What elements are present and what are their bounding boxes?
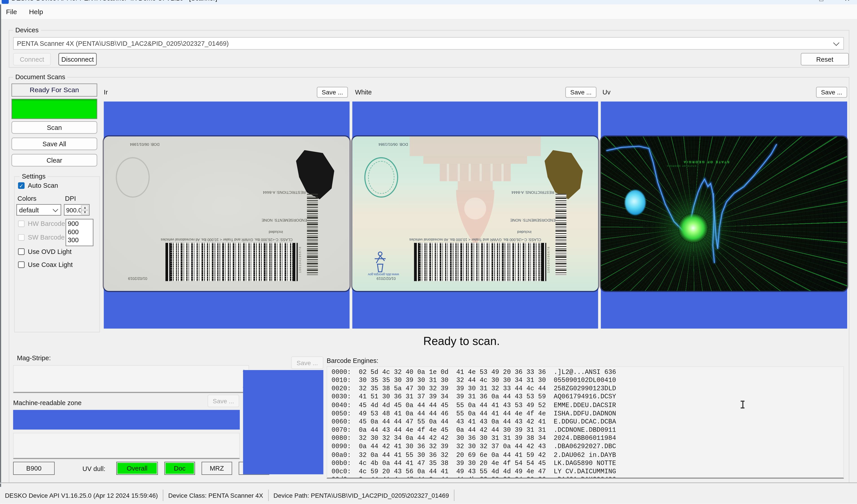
uv-state-text-small: STATE OF GEORGIA <box>667 165 696 168</box>
card-included-text: included <box>265 230 287 234</box>
status-bar: DESKO Device API V1.16.25.0 (Apr 12 2024… <box>0 487 857 504</box>
white-scan-panel: DOB: 06/01/1984 RESTRICTIONS: A-8444 END… <box>352 102 598 329</box>
hex-row: 0050: 49 53 48 41 0a 44 44 46 55 0a 44 4… <box>332 410 843 418</box>
b900-button[interactable]: B900 <box>13 462 54 475</box>
use-ovd-light-checkbox[interactable] <box>18 248 24 255</box>
maximize-button[interactable]: □ <box>819 0 823 3</box>
ir-scan-image: DOB: 06/01/1984 RESTRICTIONS: A-8444 END… <box>104 136 350 291</box>
card-class-text: CLASS: C-<26,000 lbs. GVWR and Trailer <… <box>380 238 571 242</box>
spin-up-icon[interactable]: ▲ <box>82 205 89 210</box>
menu-item[interactable]: Help <box>23 8 49 16</box>
uv-save-button[interactable]: Save ... <box>816 87 847 98</box>
uv-glow-center <box>678 213 708 243</box>
save-all-button[interactable]: Save All <box>12 138 97 150</box>
chevron-down-icon <box>53 206 58 212</box>
colors-label: Colors <box>17 195 36 203</box>
hex-row: 0020: 32 35 38 5a 47 30 32 39 39 30 31 3… <box>332 385 843 393</box>
mrz-save-button[interactable]: Save ... <box>208 395 239 407</box>
disconnect-button[interactable]: Disconnect <box>58 53 97 66</box>
card-issue-date-text: 01/02/2019 <box>121 277 154 281</box>
settings-group-label: Settings <box>20 173 48 180</box>
app-window: DESKO Device API for PENTA Scanner 4X De… <box>0 0 857 504</box>
card-seal <box>364 157 398 197</box>
bottom-separator <box>0 483 857 484</box>
uv-panel-label: Uv <box>603 88 610 96</box>
close-button[interactable]: ✕ <box>844 0 850 3</box>
ir-panel-label: Ir <box>104 88 108 96</box>
clear-button[interactable]: Clear <box>12 154 97 167</box>
sw-barcode-checkbox[interactable] <box>18 234 24 241</box>
hex-row: 00b0: 4c 4b 0a 44 41 47 35 38 39 30 20 4… <box>332 459 843 468</box>
mrz-image-box <box>13 410 240 430</box>
scan-status-indicator <box>12 99 97 119</box>
uv-dull-mrz-button[interactable]: MRZ <box>202 462 232 475</box>
hex-row: 0040: 45 4d 4d 45 0a 44 44 45 55 0a 44 4… <box>332 401 843 410</box>
menu-bar: FileHelp <box>0 4 857 19</box>
magstripe-save-button[interactable]: Save ... <box>291 357 323 369</box>
white-panel-label: White <box>355 88 372 96</box>
device-select-value: PENTA Scanner 4X (PENTA\USB\VID_1AC2&PID… <box>14 39 229 47</box>
statue-graphic <box>368 251 393 273</box>
hex-row: 0000: 02 5d 4c 32 40 0a 1e 0d 41 4e 53 4… <box>332 368 843 377</box>
scan-button[interactable]: Scan <box>12 121 97 134</box>
menu-item[interactable]: File <box>0 8 23 16</box>
colors-select[interactable]: default <box>16 204 61 215</box>
dpi-options-listbox[interactable]: 900600300 <box>66 219 94 246</box>
sw-barcode-label: SW Barcode <box>28 233 65 241</box>
dpi-option[interactable]: 600 <box>68 228 93 237</box>
pdf417-barcode <box>414 243 547 281</box>
card-class-text: CLASS: C-<26,000 lbs. GVWR and Trailer <… <box>131 238 322 242</box>
connect-button[interactable]: Connect <box>13 53 51 66</box>
uv-state-text: STATE OF GEORGIA <box>683 160 729 164</box>
spin-down-icon[interactable]: ▼ <box>82 210 89 215</box>
barcode-hex-dump[interactable]: 0000: 02 5d 4c 32 40 0a 1e 0d 41 4e 53 4… <box>326 366 844 479</box>
window-title: DESKO Device API for PENTA Scanner 4X De… <box>12 0 217 2</box>
capitol-graphic <box>402 136 549 254</box>
auto-scan-label: Auto Scan <box>28 182 58 189</box>
app-icon <box>2 0 9 4</box>
colors-select-value: default <box>17 206 39 214</box>
auto-scan-checkbox[interactable]: ✓ <box>18 183 24 189</box>
white-save-button[interactable]: Save ... <box>566 87 596 98</box>
uv-dull-doc-button[interactable]: Doc <box>164 462 195 475</box>
vertical-barcode <box>556 194 567 276</box>
mrz-text-box <box>13 433 240 459</box>
scan-status-box: Ready For Scan <box>12 84 97 97</box>
ir-scan-panel: DOB: 06/01/1984 RESTRICTIONS: A-8444 END… <box>104 102 350 329</box>
chevron-down-icon <box>833 39 840 46</box>
white-scan-image: DOB: 06/01/1984 RESTRICTIONS: A-8444 END… <box>352 136 598 291</box>
devices-group-label: Devices <box>13 26 40 34</box>
card-dob-text: DOB: 06/01/1984 <box>117 142 172 146</box>
vertical-barcode <box>307 194 318 276</box>
hex-row: 0080: 32 30 32 34 0a 44 42 42 30 36 30 3… <box>332 435 843 443</box>
reset-button[interactable]: Reset <box>801 53 849 66</box>
dpi-label: DPI <box>65 195 76 203</box>
card-website-text: www.dds.georgia.gov <box>360 273 407 276</box>
uv-scan-image: STATE OF GEORGIA STATE OF GEORGIA <box>601 136 847 291</box>
ir-save-button[interactable]: Save ... <box>317 87 348 98</box>
status-bar-item: Device Class: PENTA Scanner 4X <box>164 490 269 501</box>
hex-row: 00c0: 4c 59 20 43 56 0a 44 41 49 43 55 4… <box>332 468 843 476</box>
use-coax-light-checkbox[interactable] <box>18 262 24 268</box>
dpi-spin-buttons[interactable]: ▲▼ <box>81 205 88 214</box>
uv-dull-overall-button[interactable]: Overall <box>116 462 158 475</box>
status-bar-item: DESKO Device API V1.16.25.0 (Apr 12 2024… <box>0 490 164 501</box>
dpi-option[interactable]: 300 <box>68 237 93 245</box>
use-ovd-light-label: Use OVD Light <box>28 248 72 256</box>
dpi-option[interactable]: 900 <box>68 220 93 228</box>
card-included-text: included <box>513 230 535 234</box>
use-coax-light-label: Use Coax Light <box>28 261 73 268</box>
mag-stripe-label: Mag-Stripe: <box>17 354 51 362</box>
barcode-engines-label: Barcode Engines: <box>326 357 379 364</box>
uv-fingerprint-blob <box>625 190 645 215</box>
status-bar-item: Device Path: PENTA\USB\VID_1AC2PID_0205\… <box>268 490 454 501</box>
hw-barcode-checkbox[interactable] <box>18 221 24 227</box>
dpi-stepper[interactable]: 900.00 ▲▼ <box>64 204 89 215</box>
hex-row: 00a0: 32 0a 44 41 55 30 36 32 20 69 6e 0… <box>332 451 843 459</box>
hex-row: 0030: 41 51 30 36 31 37 39 34 39 31 36 0… <box>332 393 843 401</box>
uv-dull-label: UV dull: <box>63 465 105 473</box>
title-bar: DESKO Device API for PENTA Scanner 4X De… <box>0 0 857 4</box>
mag-stripe-textarea[interactable] <box>13 365 249 393</box>
side-image-box <box>243 370 323 474</box>
device-select[interactable]: PENTA Scanner 4X (PENTA\USB\VID_1AC2&PID… <box>13 37 844 50</box>
